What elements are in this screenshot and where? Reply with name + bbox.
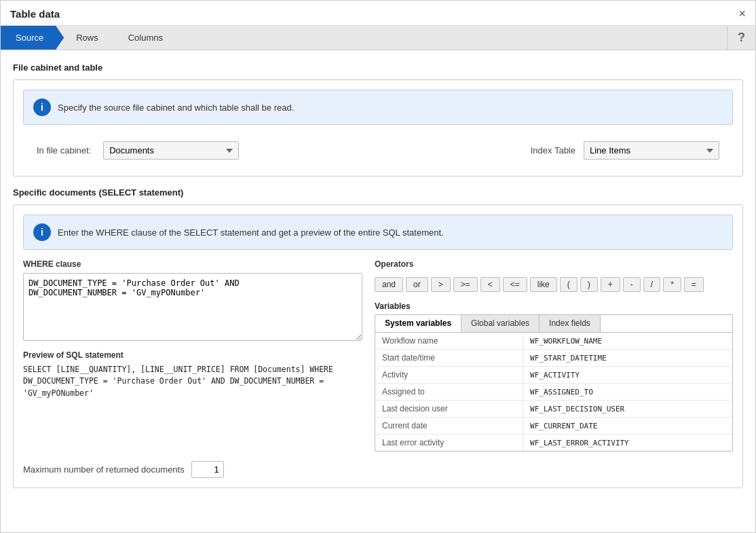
variables-label: Variables [375,301,733,311]
var-value: WF_ACTIVITY [523,367,732,384]
cabinet-label: In file cabinet: [37,145,91,155]
max-docs-input[interactable] [191,461,224,478]
select-info-text: Enter the WHERE clause of the SELECT sta… [58,227,444,238]
max-docs-label: Maximum number of returned documents [23,464,185,475]
index-table-select[interactable]: Line Items [584,141,719,160]
var-value: WF_LAST_ERROR_ACTIVITY [523,435,732,452]
var-table-row[interactable]: Workflow nameWF_WORKFLOW_NAME [375,333,732,350]
var-value: WF_LAST_DECISION_USER [523,401,732,418]
operator-button[interactable]: / [643,277,660,292]
operator-button[interactable]: > [431,277,451,292]
var-tabs: System variables Global variables Index … [375,314,733,332]
two-col-layout: WHERE clause Preview of SQL statement SE… [23,259,733,452]
var-value: WF_WORKFLOW_NAME [523,333,732,350]
close-button[interactable]: × [738,7,746,20]
var-value: WF_CURRENT_DATE [523,418,732,435]
operator-button[interactable]: - [623,277,641,292]
variables-section: Variables System variables Global variab… [375,301,733,452]
max-docs-row: Maximum number of returned documents [23,461,733,478]
var-table-row[interactable]: Last decision userWF_LAST_DECISION_USER [375,401,732,418]
index-table-group: Index Table Line Items [531,141,719,160]
tab-columns[interactable]: Columns [111,26,181,50]
dialog: Table data × Source Rows Columns ? File … [0,0,756,533]
tab-source[interactable]: Source [1,26,64,50]
operator-button[interactable]: * [663,277,681,292]
var-name: Assigned to [375,384,523,401]
title-bar: Table data × [1,1,755,26]
preview-section: Preview of SQL statement SELECT [LINE__Q… [23,350,362,399]
preview-label: Preview of SQL statement [23,350,362,360]
operator-button[interactable]: like [530,277,557,292]
cabinet-select[interactable]: Documents [103,141,239,160]
var-tab-system[interactable]: System variables [375,315,461,332]
var-table-row[interactable]: Current dateWF_CURRENT_DATE [375,418,732,435]
dialog-body: File cabinet and table i Specify the sou… [1,50,755,532]
info-icon-select: i [33,223,51,241]
file-cabinet-info-box: i Specify the source file cabinet and wh… [23,90,733,125]
operator-button[interactable]: ) [580,277,598,292]
where-clause-input[interactable] [23,273,362,341]
select-section-box: i Enter the WHERE clause of the SELECT s… [13,204,743,488]
operator-button[interactable]: >= [453,277,478,292]
var-tab-global[interactable]: Global variables [461,315,540,332]
var-table-wrapper: Workflow nameWF_WORKFLOW_NAMEStart date/… [375,332,733,452]
left-column: WHERE clause Preview of SQL statement SE… [23,259,362,452]
var-name: Workflow name [375,333,523,350]
operator-button[interactable]: or [406,277,428,292]
var-name: Last decision user [375,401,523,418]
operator-button[interactable]: < [480,277,500,292]
var-name: Start date/time [375,350,523,367]
operators-label: Operators [375,259,733,269]
var-name: Last error activity [375,435,523,452]
help-button[interactable]: ? [727,26,755,50]
var-name: Current date [375,418,523,435]
operator-button[interactable]: ( [560,277,578,292]
select-section-title: Specific documents (SELECT statement) [13,187,743,198]
var-tab-index[interactable]: Index fields [540,315,601,332]
operator-button[interactable]: + [601,277,620,292]
where-clause-label: WHERE clause [23,259,362,269]
operators-row: andor>>=<<=like()+-/*= [375,273,733,296]
var-name: Activity [375,367,523,384]
info-icon-cabinet: i [33,98,51,116]
operator-button[interactable]: <= [503,277,527,292]
var-table-row[interactable]: Last error activityWF_LAST_ERROR_ACTIVIT… [375,435,732,452]
tab-rows[interactable]: Rows [58,26,116,50]
var-table-row[interactable]: Start date/timeWF_START_DATETIME [375,350,732,367]
file-cabinet-section-box: i Specify the source file cabinet and wh… [13,79,743,177]
operator-button[interactable]: = [684,277,704,292]
preview-code: SELECT [LINE__QUANTITY], [LINE__UNIT_PRI… [23,364,362,399]
table-label: Index Table [531,145,575,155]
dialog-title: Table data [10,8,60,20]
tabs-bar: Source Rows Columns ? [1,26,755,50]
select-info-box: i Enter the WHERE clause of the SELECT s… [23,215,733,250]
tabs-spacer [181,26,727,50]
file-cabinet-form-row: In file cabinet: Documents Index Table L… [23,134,733,166]
var-value: WF_START_DATETIME [523,350,732,367]
var-table-row[interactable]: ActivityWF_ACTIVITY [375,367,732,384]
operator-button[interactable]: and [375,277,403,292]
right-column: Operators andor>>=<<=like()+-/*= Variabl… [375,259,733,452]
file-cabinet-info-text: Specify the source file cabinet and whic… [58,103,294,113]
var-table: Workflow nameWF_WORKFLOW_NAMEStart date/… [375,333,732,451]
file-cabinet-section-title: File cabinet and table [13,62,743,73]
var-table-row[interactable]: Assigned toWF_ASSIGNED_TO [375,384,732,401]
var-value: WF_ASSIGNED_TO [523,384,732,401]
